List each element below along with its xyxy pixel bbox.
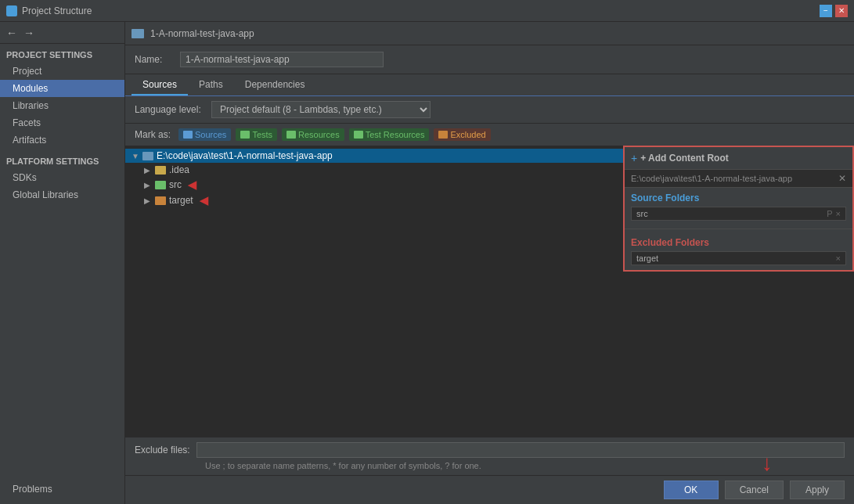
src-red-arrow: ◀ xyxy=(188,178,196,191)
excluded-folder-row: target × xyxy=(631,251,846,265)
sidebar-item-project[interactable]: Project xyxy=(0,63,124,80)
minimize-button[interactable]: − xyxy=(820,5,832,17)
module-bar: 1-A-normal-test-java-app xyxy=(125,22,854,45)
source-folder-actions: P × xyxy=(827,209,841,218)
idea-folder-icon xyxy=(155,166,166,175)
module-name: 1-A-normal-test-java-app xyxy=(150,28,254,39)
sidebar-bottom: Problems xyxy=(0,474,124,504)
popup-header: + + Add Content Root xyxy=(625,147,852,170)
ok-button[interactable]: OK xyxy=(664,481,719,499)
sidebar-item-libraries[interactable]: Libraries xyxy=(0,97,124,114)
mark-resources-label: Resources xyxy=(298,130,340,139)
exclude-files-row: Exclude files: xyxy=(135,442,845,458)
title-bar: Project Structure − ✕ xyxy=(0,0,854,22)
sidebar-label-modules: Modules xyxy=(13,83,48,94)
mark-test-resources-label: Test Resources xyxy=(366,130,425,139)
app-icon xyxy=(6,5,17,16)
cancel-button[interactable]: Cancel xyxy=(725,481,784,499)
sidebar-label-global-libraries: Global Libraries xyxy=(13,189,78,200)
down-arrow-indicator: ↓ xyxy=(762,452,773,474)
popup-path-close[interactable]: ✕ xyxy=(838,173,846,184)
sidebar-label-libraries: Libraries xyxy=(13,100,49,111)
add-content-root-icon: + xyxy=(631,152,637,164)
sidebar-item-global-libraries[interactable]: Global Libraries xyxy=(0,186,124,203)
sidebar-item-artifacts[interactable]: Artifacts xyxy=(0,131,124,149)
tree-item-target-label: target xyxy=(169,195,193,206)
sidebar-label-problems: Problems xyxy=(13,484,52,495)
language-level-select[interactable]: Project default (8 - Lambdas, type etc.) xyxy=(211,101,431,118)
root-folder-icon xyxy=(142,152,153,160)
platform-settings-header: Platform Settings xyxy=(0,149,124,169)
target-red-arrow: ◀ xyxy=(200,194,208,207)
module-icon xyxy=(132,29,144,38)
sidebar-label-facets: Facets xyxy=(13,117,41,128)
right-panel: 1-A-normal-test-java-app Name: Sources P… xyxy=(125,22,854,504)
mark-tests-label: Tests xyxy=(252,130,272,139)
exclude-files-label: Exclude files: xyxy=(135,445,190,455)
name-input[interactable] xyxy=(180,52,384,67)
exclude-files-input[interactable] xyxy=(196,442,845,458)
forward-button[interactable]: → xyxy=(22,27,36,39)
sidebar-item-facets[interactable]: Facets xyxy=(0,114,124,131)
source-folder-p-action[interactable]: P xyxy=(827,209,832,218)
sidebar-label-sdks: SDKs xyxy=(13,172,37,183)
popup-excluded-folders-section: Excluded Folders target × xyxy=(625,232,852,270)
name-label: Name: xyxy=(135,54,174,65)
source-folder-close-action[interactable]: × xyxy=(836,209,841,218)
mark-excluded-label: Excluded xyxy=(450,130,485,139)
content-area: ▼ E:\code\java\test\1-A-normal-test-java… xyxy=(125,146,854,437)
mark-badge-tests[interactable]: Tests xyxy=(236,128,277,141)
main-layout: ← → Project Settings Project Modules Lib… xyxy=(0,22,854,504)
target-folder-icon xyxy=(155,196,166,205)
src-folder-icon xyxy=(155,181,166,189)
tab-bar: Sources Paths Dependencies xyxy=(125,74,854,96)
mark-sources-label: Sources xyxy=(195,130,226,139)
lang-label: Language level: xyxy=(135,104,205,115)
tree-item-idea-label: .idea xyxy=(169,164,189,175)
lang-row: Language level: Project default (8 - Lam… xyxy=(125,96,854,124)
title-bar-controls: − ✕ xyxy=(820,5,848,17)
sidebar-item-sdks[interactable]: SDKs xyxy=(0,169,124,186)
mark-badge-excluded[interactable]: Excluded xyxy=(434,128,490,141)
mark-as-label: Mark as: xyxy=(135,129,171,140)
mark-badge-sources[interactable]: Sources xyxy=(178,128,231,141)
mark-as-row: Mark as: Sources Tests Resources Test Re… xyxy=(125,124,854,146)
excluded-folders-label: Excluded Folders xyxy=(631,237,846,248)
sidebar: ← → Project Settings Project Modules Lib… xyxy=(0,22,125,504)
title-bar-left: Project Structure xyxy=(6,5,92,16)
add-content-root-label[interactable]: + Add Content Root xyxy=(640,153,729,164)
mark-badge-resources[interactable]: Resources xyxy=(282,128,344,141)
popup-path-row: E:\code\java\test\1-A-normal-test-java-a… xyxy=(625,170,852,188)
excluded-folder-close-action[interactable]: × xyxy=(836,254,841,263)
dialog-buttons: ↓ OK Cancel Apply xyxy=(125,475,854,504)
bottom-bar: Exclude files: Use ; to separate name pa… xyxy=(125,437,854,475)
source-folders-label: Source Folders xyxy=(631,193,846,203)
close-button[interactable]: ✕ xyxy=(835,5,848,17)
sidebar-toolbar: ← → xyxy=(0,22,124,44)
tab-sources[interactable]: Sources xyxy=(132,75,188,95)
name-row: Name: xyxy=(125,45,854,74)
apply-button[interactable]: Apply xyxy=(790,481,845,499)
popup-divider xyxy=(625,229,852,229)
tree-root-label: E:\code\java\test\1-A-normal-test-java-a… xyxy=(157,150,333,161)
tab-paths[interactable]: Paths xyxy=(188,75,234,95)
back-button[interactable]: ← xyxy=(5,27,19,39)
sidebar-item-modules[interactable]: Modules xyxy=(0,80,124,97)
sidebar-item-problems[interactable]: Problems xyxy=(6,481,118,498)
tree-item-src-label: src xyxy=(169,179,182,190)
popup-panel: + + Add Content Root E:\code\java\test\1… xyxy=(623,146,854,272)
popup-source-folders-section: Source Folders src P × xyxy=(625,188,852,225)
excluded-folder-actions: × xyxy=(836,254,841,263)
sidebar-label-project: Project xyxy=(13,66,41,77)
source-folder-name: src xyxy=(636,209,648,218)
popup-path-text: E:\code\java\test\1-A-normal-test-java-a… xyxy=(631,174,792,183)
tab-dependencies[interactable]: Dependencies xyxy=(234,75,316,95)
source-folder-row: src P × xyxy=(631,207,846,221)
sidebar-label-artifacts: Artifacts xyxy=(13,135,46,146)
excluded-folder-name: target xyxy=(636,254,658,263)
tree-arrow-root: ▼ xyxy=(132,152,139,160)
mark-badge-test-resources[interactable]: Test Resources xyxy=(349,128,430,141)
tree-arrow-src: ▶ xyxy=(144,181,152,189)
tree-arrow-idea: ▶ xyxy=(144,166,152,175)
tree-arrow-target: ▶ xyxy=(144,196,152,205)
